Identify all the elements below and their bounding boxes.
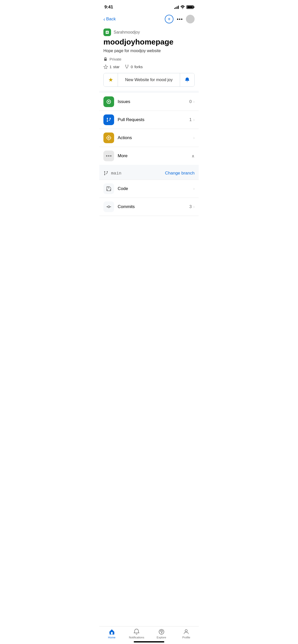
- back-chevron-icon: ‹: [103, 16, 105, 22]
- branch-name: main: [111, 171, 121, 176]
- svg-point-10: [107, 118, 108, 119]
- commits-label: Commits: [118, 204, 189, 209]
- action-label-button[interactable]: New Website for mood joy: [118, 73, 180, 86]
- commits-icon: [106, 204, 112, 210]
- wifi-icon: [180, 5, 185, 9]
- status-time: 9:41: [104, 5, 113, 10]
- pr-icon-wrap: [103, 114, 114, 125]
- code-chevron-icon: ›: [193, 186, 195, 191]
- repo-description: Hope page for moodjoy website: [103, 49, 195, 53]
- svg-point-23: [107, 171, 108, 172]
- more-dot-3: [181, 19, 182, 20]
- signal-icon: [174, 5, 179, 9]
- plus-icon: +: [168, 16, 171, 22]
- more-chevron-icon: ∧: [192, 154, 195, 158]
- code-items: Code › Commits 3 ›: [99, 180, 199, 216]
- more-dot-1: [177, 19, 178, 20]
- actions-icon-wrap: [103, 133, 114, 143]
- section-divider-1: [99, 91, 199, 93]
- back-label: Back: [106, 17, 116, 22]
- svg-point-25: [108, 206, 110, 208]
- svg-point-22: [104, 171, 105, 172]
- branch-icon: [103, 170, 109, 176]
- change-branch-button[interactable]: Change branch: [165, 171, 195, 176]
- issues-chevron-icon: ›: [193, 99, 195, 104]
- notify-button[interactable]: [180, 73, 194, 86]
- star-icon: [103, 64, 108, 69]
- forks-count: 0: [131, 65, 133, 69]
- pr-icon: [106, 117, 112, 123]
- issues-icon: [106, 99, 112, 105]
- battery-icon: [186, 5, 194, 9]
- svg-point-3: [107, 32, 108, 33]
- forks-stat[interactable]: 0 forks: [125, 64, 143, 69]
- nav-right-actions: +: [165, 15, 195, 23]
- action-buttons: ★ New Website for mood joy: [103, 73, 195, 87]
- status-icons: [174, 5, 194, 9]
- svg-point-0: [182, 8, 183, 9]
- repo-owner: Sarahmoodjoy: [103, 28, 195, 36]
- svg-point-21: [110, 155, 112, 157]
- back-button[interactable]: ‹ Back: [103, 16, 116, 22]
- lock-icon: [103, 57, 107, 61]
- more-button[interactable]: [177, 19, 182, 20]
- owner-name: Sarahmoodjoy: [114, 30, 140, 35]
- pr-chevron-icon: ›: [193, 118, 195, 122]
- actions-label: Actions: [118, 135, 193, 140]
- section-divider-2: [99, 165, 199, 167]
- star-button[interactable]: ★: [104, 73, 118, 86]
- branch-section: main Change branch: [99, 167, 199, 180]
- svg-rect-4: [104, 59, 107, 61]
- issues-label: Issues: [118, 99, 189, 104]
- privacy-label: Private: [110, 57, 121, 61]
- svg-point-5: [125, 65, 126, 66]
- branch-info: main: [103, 170, 121, 176]
- action-label: New Website for mood joy: [125, 78, 172, 82]
- menu-item-actions[interactable]: Actions ›: [99, 129, 199, 147]
- stars-stat[interactable]: 1 star: [103, 64, 119, 69]
- actions-icon: [106, 135, 112, 141]
- code-item-commits[interactable]: Commits 3 ›: [99, 198, 199, 216]
- svg-point-6: [128, 65, 128, 66]
- forks-label: forks: [134, 65, 143, 69]
- menu-item-pull-requests[interactable]: Pull Requests 1 ›: [99, 111, 199, 129]
- repo-stats: 1 star 0 forks: [103, 64, 195, 69]
- ellipsis-icon: [106, 155, 112, 157]
- issues-icon-wrap: [103, 96, 114, 107]
- svg-point-9: [108, 101, 110, 103]
- fork-icon: [125, 64, 129, 69]
- svg-point-19: [106, 155, 107, 157]
- more-icon-wrap: [103, 151, 114, 161]
- add-button[interactable]: +: [165, 15, 173, 23]
- commits-count: 3: [189, 204, 192, 209]
- repo-privacy: Private: [103, 57, 195, 61]
- avatar[interactable]: [186, 15, 195, 23]
- commits-icon-wrap: [103, 201, 114, 212]
- code-label: Code: [118, 186, 193, 191]
- owner-avatar: [103, 28, 111, 36]
- menu-item-issues[interactable]: Issues 0 ›: [99, 93, 199, 111]
- bell-filled-icon: [184, 77, 190, 83]
- svg-point-12: [107, 121, 108, 122]
- svg-point-24: [104, 174, 105, 175]
- stars-label: star: [113, 65, 119, 69]
- pr-label: Pull Requests: [118, 117, 189, 122]
- issues-count: 0: [189, 99, 192, 104]
- svg-point-11: [110, 118, 111, 119]
- menu-item-more[interactable]: More ∧: [99, 147, 199, 165]
- stars-count: 1: [110, 65, 112, 69]
- actions-chevron-icon: ›: [193, 136, 195, 140]
- commits-chevron-icon: ›: [193, 204, 195, 209]
- svg-point-7: [127, 68, 127, 69]
- more-dot-2: [179, 19, 180, 20]
- more-label: More: [118, 153, 192, 158]
- code-item-code[interactable]: Code ›: [99, 180, 199, 198]
- code-icon-wrap: [103, 183, 114, 194]
- nav-bar: ‹ Back +: [99, 13, 199, 26]
- repo-header: Sarahmoodjoy moodjoyhomepage Hope page f…: [99, 26, 199, 91]
- star-filled-icon: ★: [108, 77, 113, 83]
- menu-list: Issues 0 › Pull Requests 1 ›: [99, 93, 199, 165]
- repo-title: moodjoyhomepage: [103, 38, 195, 46]
- status-bar: 9:41: [99, 0, 199, 13]
- svg-point-20: [108, 155, 110, 157]
